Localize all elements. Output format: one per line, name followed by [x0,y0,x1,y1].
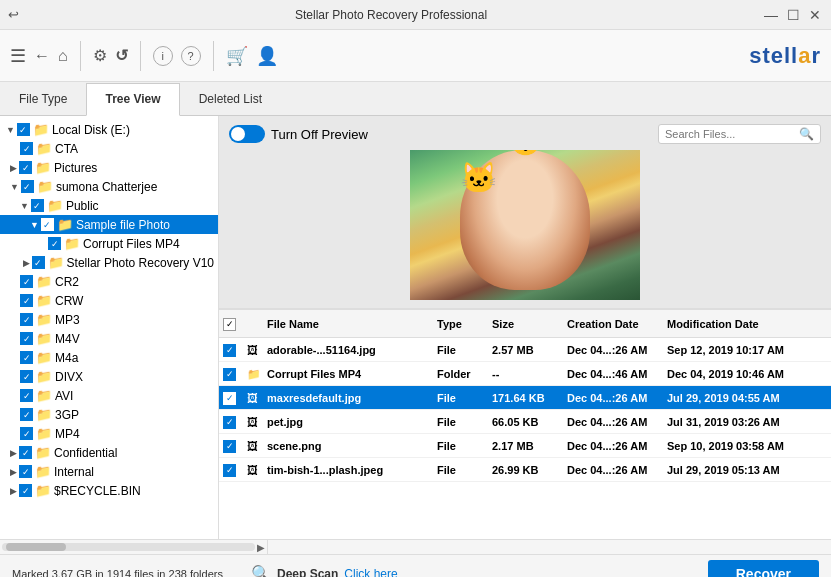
checkbox-avi[interactable]: ✓ [20,389,33,402]
tree-panel: ▼ ✓ 📁 Local Disk (E:) ✓ 📁 CTA ▶ ✓ 📁 Pict… [0,116,219,539]
checkbox-recycle[interactable]: ✓ [19,484,32,497]
checkbox-m4v[interactable]: ✓ [20,332,33,345]
checkbox-divx[interactable]: ✓ [20,370,33,383]
tree-item-3gp[interactable]: ✓ 📁 3GP [0,405,218,424]
expand-arrow-sumona: ▼ [10,182,19,192]
tab-deleted-list[interactable]: Deleted List [180,82,281,115]
separator-1 [80,41,81,71]
preview-photo: 😺 [410,150,640,300]
tree-item-local-disk[interactable]: ▼ ✓ 📁 Local Disk (E:) [0,120,218,139]
app-logo: stellar [749,43,821,69]
scrollbar-area: ▶ [0,539,831,554]
checkbox-corrupt-mp4[interactable]: ✓ [48,237,61,250]
file-row-pet[interactable]: ✓ 🖼 pet.jpg File 66.05 KB Dec 04...:26 A… [219,410,831,434]
tree-item-m4v[interactable]: ✓ 📁 M4V [0,329,218,348]
checkbox-cr2[interactable]: ✓ [20,275,33,288]
folder-icon-public: 📁 [47,198,63,213]
tree-item-corrupt-mp4[interactable]: ✓ 📁 Corrupt Files MP4 [0,234,218,253]
tree-item-sumona[interactable]: ▼ ✓ 📁 sumona Chatterjee [0,177,218,196]
cart-icon[interactable]: 🛒 [226,45,248,67]
checkbox-internal[interactable]: ✓ [19,465,32,478]
checkbox-crw[interactable]: ✓ [20,294,33,307]
checkbox-local-disk[interactable]: ✓ [17,123,30,136]
header-modified[interactable]: Modification Date [667,318,827,330]
tree-item-cr2[interactable]: ✓ 📁 CR2 [0,272,218,291]
checkbox-3gp[interactable]: ✓ [20,408,33,421]
tree-item-stellar-recovery[interactable]: ▶ ✓ 📁 Stellar Photo Recovery V10 [0,253,218,272]
folder-icon-cta: 📁 [36,141,52,156]
file-row-adorable[interactable]: ✓ 🖼 adorable-...51164.jpg File 2.57 MB D… [219,338,831,362]
tab-tree-view[interactable]: Tree View [86,83,179,116]
folder-icon-mp4: 📁 [36,426,52,441]
checkbox-mp4[interactable]: ✓ [20,427,33,440]
tree-item-divx[interactable]: ✓ 📁 DIVX [0,367,218,386]
folder-icon-sample: 📁 [57,217,73,232]
checkbox-public[interactable]: ✓ [31,199,44,212]
tree-item-internal[interactable]: ▶ ✓ 📁 Internal [0,462,218,481]
checkbox-sumona[interactable]: ✓ [21,180,34,193]
account-icon[interactable]: 👤 [256,45,278,67]
file-icon-pet: 🖼 [247,416,258,428]
checkbox-confidential[interactable]: ✓ [19,446,32,459]
preview-toggle-label: Turn Off Preview [271,127,368,142]
help-icon[interactable]: ? [181,46,201,66]
back-button[interactable]: ← [34,47,50,65]
tree-item-crw[interactable]: ✓ 📁 CRW [0,291,218,310]
recover-button[interactable]: Recover [708,560,819,578]
expand-arrow-local: ▼ [6,125,15,135]
folder-icon-avi: 📁 [36,388,52,403]
deep-scan-link[interactable]: Click here [344,567,397,578]
settings-icon[interactable]: ⚙ [93,46,107,65]
title-bar: ↩ Stellar Photo Recovery Professional — … [0,0,831,30]
header-filename[interactable]: File Name [267,318,437,330]
marked-info: Marked 3.67 GB in 1914 files in 238 fold… [12,568,223,578]
maximize-button[interactable]: ☐ [785,7,801,23]
hamburger-icon[interactable]: ☰ [10,45,26,67]
info-icon[interactable]: i [153,46,173,66]
tree-item-sample-photo[interactable]: ▼ ✓ 📁 Sample file Photo [0,215,218,234]
checkbox-sample-photo[interactable]: ✓ [41,218,54,231]
folder-icon-m4v: 📁 [36,331,52,346]
file-icon-adorable: 🖼 [247,344,258,356]
bottom-bar: Marked 3.67 GB in 1914 files in 238 fold… [0,554,831,577]
folder-icon-local: 📁 [33,122,49,137]
checkbox-stellar[interactable]: ✓ [32,256,45,269]
scroll-right-arrow[interactable]: ▶ [257,542,265,553]
search-input[interactable] [665,128,795,140]
tree-item-mp4[interactable]: ✓ 📁 MP4 [0,424,218,443]
file-row-corrupt-mp4[interactable]: ✓ 📁 Corrupt Files MP4 Folder -- Dec 04..… [219,362,831,386]
deep-scan-label: Deep Scan [277,567,338,578]
checkbox-cta[interactable]: ✓ [20,142,33,155]
history-icon[interactable]: ↺ [115,46,128,65]
minimize-button[interactable]: — [763,7,779,23]
file-row-maxres[interactable]: ✓ 🖼 maxresdefault.jpg File 171.64 KB Dec… [219,386,831,410]
close-button[interactable]: ✕ [807,7,823,23]
tree-item-cta[interactable]: ✓ 📁 CTA [0,139,218,158]
folder-icon-3gp: 📁 [36,407,52,422]
hscroll-thumb[interactable] [6,543,66,551]
tree-item-avi[interactable]: ✓ 📁 AVI [0,386,218,405]
file-icon-scene: 🖼 [247,440,258,452]
tree-item-recycle[interactable]: ▶ ✓ 📁 $RECYCLE.BIN [0,481,218,500]
preview-image-container: 😺 [229,150,821,300]
checkbox-m4a[interactable]: ✓ [20,351,33,364]
tab-file-type[interactable]: File Type [0,82,86,115]
tree-hscrollbar[interactable]: ▶ [0,540,268,554]
header-size[interactable]: Size [492,318,567,330]
separator-3 [213,41,214,71]
tree-item-m4a[interactable]: ✓ 📁 M4a [0,348,218,367]
header-created[interactable]: Creation Date [567,318,667,330]
tree-item-confidential[interactable]: ▶ ✓ 📁 Confidential [0,443,218,462]
tree-item-pictures[interactable]: ▶ ✓ 📁 Pictures [0,158,218,177]
folder-icon-pictures: 📁 [35,160,51,175]
window-title: Stellar Photo Recovery Professional [19,8,763,22]
home-icon[interactable]: ⌂ [58,47,68,65]
header-type[interactable]: Type [437,318,492,330]
tree-item-public[interactable]: ▼ ✓ 📁 Public [0,196,218,215]
checkbox-mp3[interactable]: ✓ [20,313,33,326]
file-row-scene[interactable]: ✓ 🖼 scene.png File 2.17 MB Dec 04...:26 … [219,434,831,458]
file-row-tim[interactable]: ✓ 🖼 tim-bish-1...plash.jpeg File 26.99 K… [219,458,831,482]
tree-item-mp3[interactable]: ✓ 📁 MP3 [0,310,218,329]
checkbox-pictures[interactable]: ✓ [19,161,32,174]
preview-toggle-switch[interactable] [229,125,265,143]
